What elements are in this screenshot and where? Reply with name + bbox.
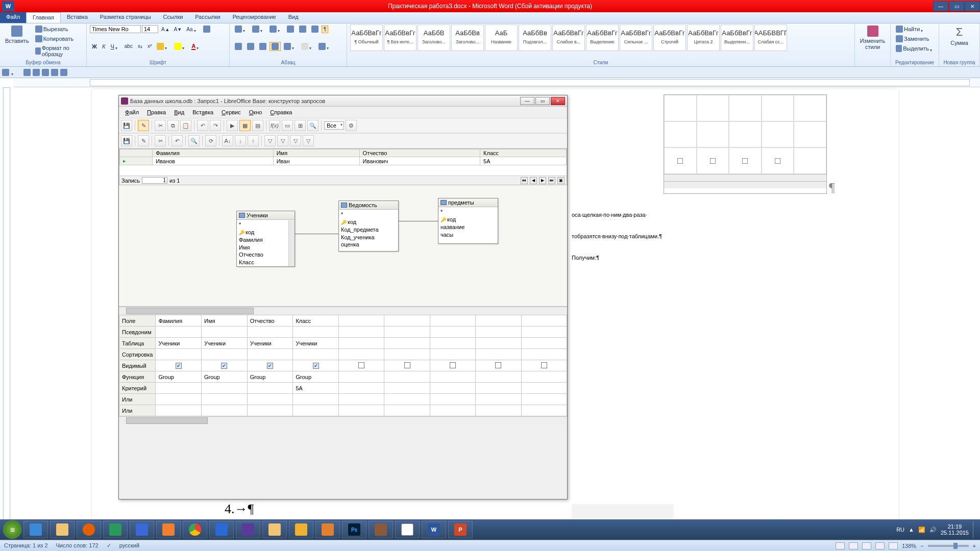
taskbar-app3[interactable] [209, 521, 234, 538]
style-item[interactable]: АаБбВвГгЦитата 2 [687, 24, 720, 51]
find-button[interactable]: Найти [894, 24, 936, 34]
view-printlayout-button[interactable] [836, 542, 845, 549]
shrink-font-button[interactable]: A▾ [172, 25, 184, 34]
lo-nav-new[interactable]: ▣ [557, 177, 565, 184]
lo-design-canvas[interactable]: Ученики *кодФамилияИмяОтчествоКласс Ведо… [119, 185, 567, 307]
taskbar-app5[interactable] [289, 521, 313, 538]
tray-flag-icon[interactable]: ▲ [909, 527, 914, 533]
text-effect-button[interactable] [155, 42, 171, 51]
style-item[interactable]: АаБбВЗаголово... [418, 24, 450, 51]
tray-sound-icon[interactable]: 🔊 [929, 527, 937, 533]
lo-menu-insert[interactable]: Вставка [189, 108, 216, 116]
lo-addtable-button[interactable]: ▤ [252, 120, 263, 131]
shading-button[interactable] [299, 42, 315, 51]
lo-tb2-sort[interactable]: A↓ [222, 135, 233, 146]
lo-tb2-edit[interactable]: ✎ [138, 135, 149, 146]
lo-menu-window[interactable]: Окно [246, 108, 265, 116]
taskbar-app2[interactable] [130, 521, 154, 538]
zoom-in-button[interactable]: + [973, 543, 976, 549]
cut-button[interactable]: Вырезать [33, 24, 83, 34]
taskbar-libreoffice[interactable] [395, 521, 420, 538]
lo-tb2-filter4[interactable]: ▽ [303, 135, 314, 146]
lo-copy-button[interactable]: ⧉ [167, 120, 179, 131]
view-reading-button[interactable] [849, 542, 858, 549]
table-ucheniki[interactable]: Ученики *кодФамилияИмяОтчествоКласс [236, 211, 295, 267]
qat-icon[interactable] [2, 69, 9, 76]
highlight-button[interactable] [172, 42, 188, 51]
numbering-button[interactable] [250, 24, 266, 34]
zoom-out-button[interactable]: − [920, 543, 923, 549]
font-size-combo[interactable]: 14 [142, 25, 158, 33]
horizontal-ruler[interactable] [13, 78, 980, 87]
style-item[interactable]: АаБбВвПодзагол... [519, 24, 551, 51]
lo-menu-help[interactable]: Справка [267, 108, 295, 116]
lo-edit-button[interactable]: ✎ [138, 120, 149, 131]
taskbar-app1[interactable] [103, 521, 128, 538]
grow-font-button[interactable]: A▴ [159, 25, 171, 34]
lo-record-input[interactable] [142, 177, 167, 184]
italic-button[interactable]: К [100, 42, 107, 51]
style-item[interactable]: АаБбВвГгВыделение [586, 24, 619, 51]
style-item[interactable]: АаБбВвЗаголово... [451, 24, 484, 51]
lo-canvas-hscroll[interactable] [119, 307, 567, 315]
taskbar-chrome[interactable] [183, 521, 207, 538]
qat-sort-desc-icon[interactable] [33, 69, 40, 76]
lo-menu-tools[interactable]: Сервис [218, 108, 244, 116]
qat-sort-icon[interactable] [42, 69, 49, 76]
taskbar-app4[interactable] [236, 521, 260, 538]
taskbar-powerpoint[interactable]: P [448, 521, 473, 538]
align-right-button[interactable] [257, 42, 268, 51]
table-vedomost[interactable]: Ведомость *кодКод_предметаКод_ученикаоце… [338, 201, 399, 252]
style-item[interactable]: АаБНазвание [485, 24, 518, 51]
tab-home[interactable]: Главная [26, 12, 61, 23]
font-name-combo[interactable]: Times New Ro [90, 25, 141, 33]
strike-button[interactable]: abc [122, 42, 135, 50]
lo-titlebar[interactable]: База данных школа.odb : Запрос1 - LibreO… [119, 95, 567, 107]
style-item[interactable]: АаБбВвГгСтрогий [653, 24, 686, 51]
taskbar-word[interactable]: W [422, 521, 446, 538]
status-words[interactable]: Число слов: 172 [56, 542, 99, 549]
lo-run-button[interactable]: ▶ [227, 120, 238, 131]
copy-button[interactable]: Копировать [33, 34, 83, 43]
status-zoom[interactable]: 138% [902, 543, 916, 549]
tab-mail[interactable]: Рассылки [189, 12, 226, 23]
lo-tb2-save[interactable]: 💾 [121, 135, 132, 146]
underline-button[interactable]: Ч [108, 42, 121, 51]
bold-button[interactable]: Ж [90, 42, 99, 51]
font-color-button[interactable]: A [189, 42, 203, 51]
lo-func-button[interactable]: f(x) [269, 120, 280, 131]
tab-refs[interactable]: Ссылки [157, 12, 189, 23]
lo-crit-hscroll[interactable] [119, 416, 567, 424]
paste-button[interactable]: Вставить [3, 24, 31, 45]
view-draft-button[interactable] [889, 542, 898, 549]
select-button[interactable]: Выделить [894, 44, 936, 53]
tray-lang[interactable]: RU [896, 527, 904, 533]
lo-tb-btn-c[interactable]: 🔍 [307, 120, 318, 131]
style-item[interactable]: ААББВВГГСлабая сс... [754, 24, 787, 51]
lo-tb2-find[interactable]: 🔍 [188, 135, 200, 146]
subscript-button[interactable]: x₂ [136, 42, 144, 50]
style-item[interactable]: АаБбВвГгСильное ... [620, 24, 652, 51]
indent-dec-button[interactable] [285, 24, 296, 34]
tab-view[interactable]: Вид [282, 12, 305, 23]
qat-icon-4[interactable] [51, 69, 58, 76]
lo-tb2-undo[interactable]: ↶ [172, 135, 183, 146]
lo-minimize-button[interactable]: — [520, 97, 534, 105]
lo-nav-first[interactable]: ⏮ [521, 177, 528, 184]
taskbar-explorer[interactable] [50, 521, 75, 538]
relation-line-1[interactable] [295, 234, 338, 234]
lo-design-button[interactable]: ▦ [239, 120, 251, 131]
tab-layout[interactable]: Разметка страницы [94, 12, 157, 23]
view-web-button[interactable] [862, 542, 871, 549]
minimize-button[interactable]: — [933, 1, 948, 11]
tab-review[interactable]: Рецензирование [227, 12, 282, 23]
change-case-button[interactable]: Aa [184, 26, 200, 33]
replace-button[interactable]: Заменить [894, 34, 936, 43]
lo-maximize-button[interactable]: ▭ [535, 97, 550, 105]
style-item[interactable]: АаБбВвГг¶ Без инте... [384, 24, 416, 51]
zoom-slider[interactable] [928, 545, 969, 547]
qat-icon-5[interactable] [60, 69, 67, 76]
format-painter-button[interactable]: Формат по образцу [33, 44, 83, 58]
pilcrow-button[interactable]: ¶ [322, 26, 328, 33]
lo-tb2-filter2[interactable]: ▽ [277, 135, 288, 146]
